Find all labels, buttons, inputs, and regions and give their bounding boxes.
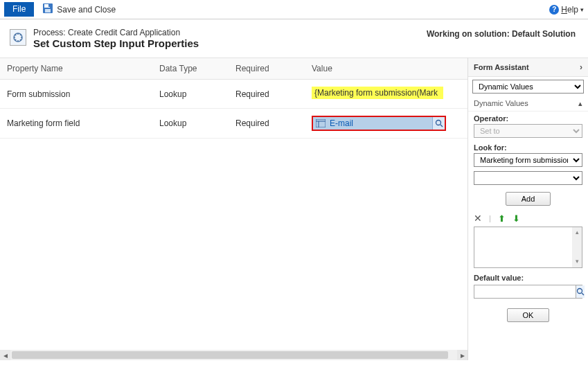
lookfor-attribute-select[interactable] [474,171,582,185]
col-property-name[interactable]: Property Name [0,58,152,80]
operator-label: Operator: [468,112,588,124]
svg-point-8 [436,121,440,125]
scroll-right-button[interactable]: ▸ [457,350,467,360]
scroll-thumb[interactable] [12,351,448,359]
default-value-search-button[interactable] [576,285,585,298]
scroll-down-button[interactable]: ▾ [573,258,580,265]
cell-required: Required [229,109,305,139]
form-assistant-header[interactable]: Form Assistant › [468,57,588,77]
scroll-track[interactable] [10,350,457,360]
table-row[interactable]: Marketing form field Lookup Required E-m… [0,109,467,139]
separator: | [489,214,491,222]
values-listbox[interactable]: ▴ ▾ [474,227,582,268]
chevron-right-icon: › [580,62,582,72]
lookup-search-button[interactable] [432,117,445,130]
dynamic-values-section[interactable]: Dynamic Values [468,96,588,112]
svg-line-11 [582,293,584,295]
save-icon [42,3,53,16]
cell-value[interactable]: {Marketing form submission(Mark [305,80,467,109]
horizontal-scrollbar[interactable]: ◂ ▸ [0,350,467,360]
cell-dtype: Lookup [152,109,229,139]
ok-button[interactable]: OK [507,308,550,322]
default-value-input[interactable] [474,285,576,298]
chevron-down-icon: ▾ [580,6,584,13]
help-icon: ? [549,5,559,15]
save-and-close-button[interactable]: Save and Close [39,1,118,17]
form-assistant-panel: Form Assistant › Dynamic Values Dynamic … [467,57,588,360]
remove-icon[interactable]: ✕ [474,213,482,224]
add-button[interactable]: Add [506,192,551,206]
col-value[interactable]: Value [305,58,467,80]
table-row[interactable]: Form submission Lookup Required {Marketi… [0,80,467,109]
page-header: Process: Create Credit Card Application … [0,19,588,57]
cell-required: Required [229,80,305,109]
file-menu-button[interactable]: File [4,2,34,17]
svg-point-10 [578,289,582,294]
move-down-icon[interactable]: ⬇ [513,213,520,224]
form-assistant-title: Form Assistant [474,63,529,71]
cell-value[interactable]: E-mail [305,109,467,139]
assistant-mode-select[interactable]: Dynamic Values [472,80,584,94]
token-value[interactable]: {Marketing form submission(Mark [312,87,443,99]
lookfor-entity-select[interactable]: Marketing form submission [474,153,582,167]
list-toolbar: ✕ | ⬆ ⬇ [468,210,588,227]
help-menu[interactable]: ? Help ▾ [549,5,584,15]
col-required[interactable]: Required [229,58,305,80]
scroll-left-button[interactable]: ◂ [0,350,10,360]
page-title: Set Custom Step Input Properties [33,37,199,49]
lookup-text: E-mail [327,118,432,128]
svg-rect-5 [316,119,326,127]
svg-line-9 [440,125,443,127]
operator-select: Set to [474,124,582,138]
move-up-icon[interactable]: ⬆ [498,213,506,224]
col-data-type[interactable]: Data Type [152,58,229,80]
help-label: Help [561,5,578,15]
toolbar: File Save and Close ? Help ▾ [0,0,588,19]
collapse-icon [578,99,582,108]
process-line: Process: Create Credit Card Application [33,28,199,37]
solution-label: Working on solution: Default Solution [427,28,576,49]
save-and-close-label: Save and Close [57,5,116,15]
properties-grid: Property Name Data Type Required Value F… [0,57,467,139]
properties-grid-area: Property Name Data Type Required Value F… [0,57,467,360]
process-icon [10,29,26,46]
svg-rect-3 [48,4,50,7]
grid-header-row: Property Name Data Type Required Value [0,58,467,80]
default-value-label: Default value: [468,268,588,283]
cell-dtype: Lookup [152,80,229,109]
cell-property-name: Marketing form field [0,109,152,139]
vertical-scrollbar[interactable]: ▴ ▾ [572,227,582,267]
lookup-field[interactable]: E-mail [312,116,446,131]
cell-property-name: Form submission [0,80,152,109]
entity-icon [314,118,327,129]
scroll-up-button[interactable]: ▴ [573,229,580,236]
lookfor-label: Look for: [468,141,588,153]
svg-rect-2 [45,9,51,12]
default-value-lookup[interactable] [474,285,582,299]
